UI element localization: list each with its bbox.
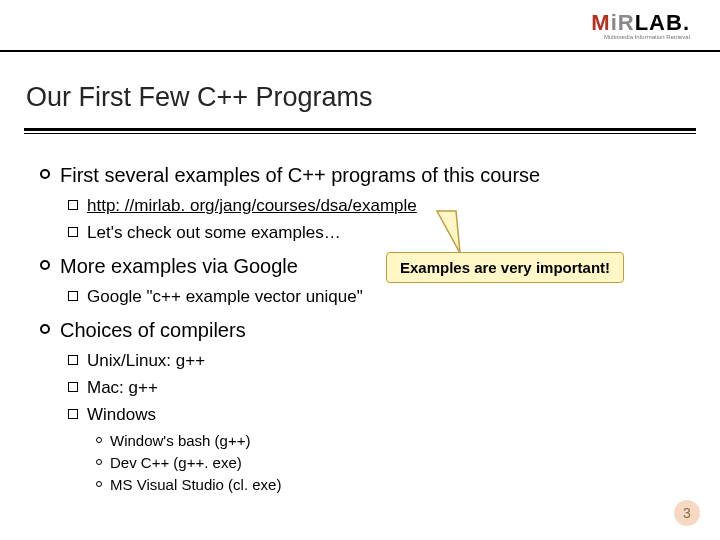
subbullet-text: Windows [87, 404, 156, 427]
slide-body: First several examples of C++ programs o… [40, 162, 690, 497]
subbullet-unix: Unix/Linux: g++ [68, 350, 690, 373]
bullet-compilers: Choices of compilers [40, 317, 690, 344]
subbullet-example-link: http: //mirlab. org/jang/courses/dsa/exa… [68, 195, 690, 218]
header-bar: MiRLAB. Multimedia Information Retrieval [0, 12, 720, 52]
subsub-text: MS Visual Studio (cl. exe) [110, 475, 281, 495]
logo-subtitle: Multimedia Information Retrieval [591, 34, 690, 40]
bullet-first-examples: First several examples of C++ programs o… [40, 162, 690, 189]
subsub-text: Dev C++ (g++. exe) [110, 453, 242, 473]
bullet-icon [40, 260, 50, 270]
square-icon [68, 291, 78, 301]
subbullet-google-query: Google "c++ example vector unique" [68, 286, 690, 309]
dot-icon [96, 459, 102, 465]
page-number-badge: 3 [674, 500, 700, 526]
logo-letter-i: i [611, 10, 618, 35]
bullet-icon [40, 169, 50, 179]
square-icon [68, 200, 78, 210]
subbullet-windows: Windows [68, 404, 690, 427]
logo-letter-r: R [618, 10, 635, 35]
subbullet-text: Let's check out some examples… [87, 222, 341, 245]
square-icon [68, 382, 78, 392]
subsub-msvs: MS Visual Studio (cl. exe) [96, 475, 690, 495]
logo-letter-m: M [591, 10, 610, 35]
subbullet-text: Mac: g++ [87, 377, 158, 400]
title-rule-thick [24, 128, 696, 131]
bullet-text: Choices of compilers [60, 317, 246, 344]
bullet-text: More examples via Google [60, 253, 298, 280]
square-icon [68, 409, 78, 419]
callout-emphasis: Examples are very important! [386, 252, 624, 283]
square-icon [68, 355, 78, 365]
mir-lab-logo: MiRLAB. Multimedia Information Retrieval [591, 10, 690, 40]
bullet-icon [40, 324, 50, 334]
dot-icon [96, 481, 102, 487]
subbullet-text: Unix/Linux: g++ [87, 350, 205, 373]
square-icon [68, 227, 78, 237]
title-rule-thin [24, 133, 696, 134]
subbullet-check-out: Let's check out some examples… [68, 222, 690, 245]
bullet-text: First several examples of C++ programs o… [60, 162, 540, 189]
subsub-devcpp: Dev C++ (g++. exe) [96, 453, 690, 473]
subbullet-mac: Mac: g++ [68, 377, 690, 400]
subsub-text: Window's bash (g++) [110, 431, 250, 451]
example-url-link[interactable]: http: //mirlab. org/jang/courses/dsa/exa… [87, 195, 417, 218]
subbullet-text: Google "c++ example vector unique" [87, 286, 363, 309]
dot-icon [96, 437, 102, 443]
subsub-windows-bash: Window's bash (g++) [96, 431, 690, 451]
slide-title: Our First Few C++ Programs [26, 82, 373, 113]
logo-lab: LAB. [635, 10, 690, 35]
